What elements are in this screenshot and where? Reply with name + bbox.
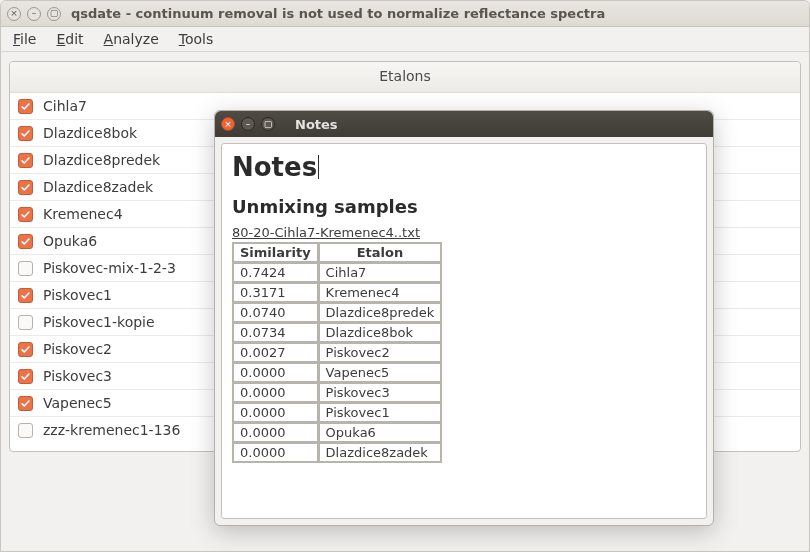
- etalon-label: Dlazdice8predek: [43, 152, 160, 168]
- notes-heading: Notes: [232, 152, 317, 182]
- main-titlebar: × – ▢ qsdate - continuum removal is not …: [1, 1, 809, 27]
- maximize-icon[interactable]: ▢: [47, 7, 61, 21]
- notes-filename: 80-20-Cihla7-Kremenec4..txt: [232, 225, 696, 240]
- similarity-cell: 0.0000: [233, 363, 318, 382]
- table-row: 0.3171Kremenec4: [233, 283, 441, 302]
- menubar: File Edit Analyze Tools: [1, 27, 809, 52]
- table-row: 0.0000Vapenec5: [233, 363, 441, 382]
- etalon-cell: Dlazdice8bok: [319, 323, 442, 342]
- checkbox[interactable]: [18, 99, 33, 114]
- similarity-cell: 0.0740: [233, 303, 318, 322]
- menu-analyze[interactable]: Analyze: [96, 28, 167, 50]
- etalon-label: Piskovec2: [43, 341, 112, 357]
- text-cursor-icon: [318, 155, 319, 179]
- checkbox[interactable]: [18, 207, 33, 222]
- col-header-similarity: Similarity: [233, 243, 318, 262]
- table-row: 0.0000Piskovec3: [233, 383, 441, 402]
- notes-window-title: Notes: [295, 117, 338, 132]
- checkbox[interactable]: [18, 288, 33, 303]
- etalon-label: Kremenec4: [43, 206, 123, 222]
- etalon-cell: Dlazdice8zadek: [319, 443, 442, 462]
- checkbox[interactable]: [18, 423, 33, 438]
- etalon-cell: Kremenec4: [319, 283, 442, 302]
- etalon-cell: Opuka6: [319, 423, 442, 442]
- close-icon[interactable]: ×: [7, 7, 21, 21]
- checkbox[interactable]: [18, 315, 33, 330]
- table-row: 0.0000Dlazdice8zadek: [233, 443, 441, 462]
- etalons-header: Etalons: [10, 62, 800, 93]
- notes-window-controls: × – ▢: [221, 117, 275, 131]
- similarity-cell: 0.0000: [233, 403, 318, 422]
- checkbox[interactable]: [18, 342, 33, 357]
- etalon-cell: Cihla7: [319, 263, 442, 282]
- etalon-label: Piskovec3: [43, 368, 112, 384]
- similarity-cell: 0.0027: [233, 343, 318, 362]
- table-row: 0.0740Dlazdice8predek: [233, 303, 441, 322]
- checkbox[interactable]: [18, 234, 33, 249]
- minimize-icon[interactable]: –: [27, 7, 41, 21]
- similarity-cell: 0.0000: [233, 423, 318, 442]
- table-row: 0.0000Piskovec1: [233, 403, 441, 422]
- col-header-etalon: Etalon: [319, 243, 442, 262]
- table-row: 0.7424Cihla7: [233, 263, 441, 282]
- etalon-label: Dlazdice8bok: [43, 125, 137, 141]
- checkbox[interactable]: [18, 261, 33, 276]
- menu-file[interactable]: File: [5, 28, 44, 50]
- similarity-table: Similarity Etalon 0.7424Cihla70.3171Krem…: [232, 242, 442, 463]
- notes-subheading: Unmixing samples: [232, 196, 696, 217]
- notes-titlebar[interactable]: × – ▢ Notes: [215, 111, 713, 137]
- checkbox[interactable]: [18, 153, 33, 168]
- table-row: 0.0027Piskovec2: [233, 343, 441, 362]
- similarity-cell: 0.7424: [233, 263, 318, 282]
- checkbox[interactable]: [18, 396, 33, 411]
- similarity-cell: 0.3171: [233, 283, 318, 302]
- checkbox[interactable]: [18, 180, 33, 195]
- checkbox[interactable]: [18, 369, 33, 384]
- etalon-label: Piskovec-mix-1-2-3: [43, 260, 176, 276]
- window-title: qsdate - continuum removal is not used t…: [71, 6, 605, 21]
- table-row: 0.0734Dlazdice8bok: [233, 323, 441, 342]
- notes-window: × – ▢ Notes Notes Unmixing samples 80-20…: [214, 110, 714, 526]
- menu-tools[interactable]: Tools: [171, 28, 222, 50]
- etalon-label: Piskovec1-kopie: [43, 314, 155, 330]
- etalon-cell: Piskovec3: [319, 383, 442, 402]
- similarity-cell: 0.0000: [233, 383, 318, 402]
- etalon-label: Dlazdice8zadek: [43, 179, 153, 195]
- notes-body[interactable]: Notes Unmixing samples 80-20-Cihla7-Krem…: [221, 143, 707, 519]
- similarity-cell: 0.0000: [233, 443, 318, 462]
- close-icon[interactable]: ×: [221, 117, 235, 131]
- etalon-cell: Piskovec1: [319, 403, 442, 422]
- maximize-icon[interactable]: ▢: [261, 117, 275, 131]
- similarity-cell: 0.0734: [233, 323, 318, 342]
- etalon-label: Piskovec1: [43, 287, 112, 303]
- menu-edit[interactable]: Edit: [48, 28, 91, 50]
- etalon-cell: Vapenec5: [319, 363, 442, 382]
- etalon-label: Cihla7: [43, 98, 87, 114]
- window-controls: × – ▢: [7, 7, 61, 21]
- etalon-cell: Piskovec2: [319, 343, 442, 362]
- etalon-cell: Dlazdice8predek: [319, 303, 442, 322]
- table-row: 0.0000Opuka6: [233, 423, 441, 442]
- minimize-icon[interactable]: –: [241, 117, 255, 131]
- checkbox[interactable]: [18, 126, 33, 141]
- etalon-label: Vapenec5: [43, 395, 112, 411]
- etalon-label: Opuka6: [43, 233, 97, 249]
- etalon-label: zzz-kremenec1-136: [43, 422, 180, 438]
